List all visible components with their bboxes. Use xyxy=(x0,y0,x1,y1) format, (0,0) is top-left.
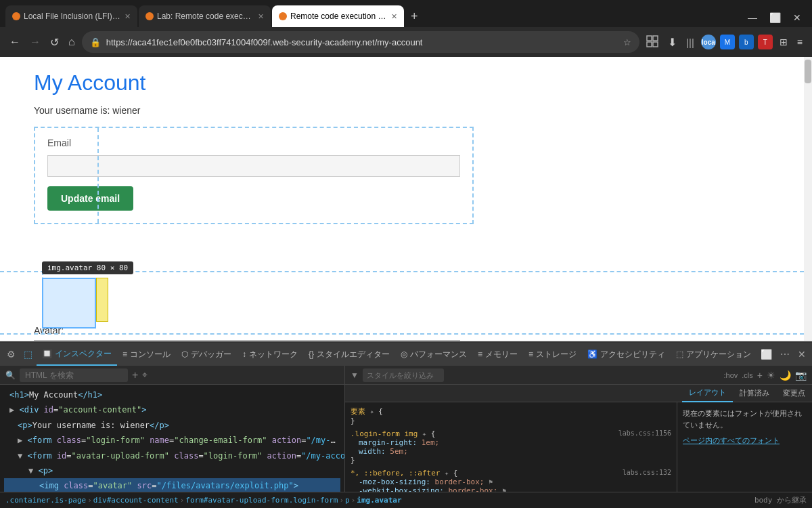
devtools-more-button[interactable]: ⋯ xyxy=(776,349,794,360)
menu-icon[interactable]: ≡ xyxy=(794,35,805,49)
close-button[interactable]: ✕ xyxy=(788,11,807,24)
tab1-close[interactable]: ✕ xyxy=(125,12,131,21)
avatar-highlight-box xyxy=(42,278,96,329)
tab-accessibility[interactable]: ♿ アクセシビリティ xyxy=(582,343,671,366)
email-input[interactable] xyxy=(47,155,460,177)
devtools-undock-button[interactable]: ⬜ xyxy=(757,349,776,360)
moon-icon[interactable]: 🌙 xyxy=(780,370,791,381)
memory-icon: ≡ xyxy=(478,350,482,359)
window-controls: — ⬜ ✕ xyxy=(737,8,812,27)
profile-icon-4: T xyxy=(758,35,773,49)
tab-bar: Local File Inclusion (LFI) — Web Api... … xyxy=(0,0,812,27)
filter-funnel-icon: ▼ xyxy=(351,371,359,380)
forward-button[interactable]: → xyxy=(27,35,43,49)
tab-performance[interactable]: ◎ パフォーマンス xyxy=(395,343,472,366)
profile-icon-loca: loca xyxy=(701,35,716,49)
svg-rect-1 xyxy=(653,36,658,41)
minimize-button[interactable]: — xyxy=(742,11,763,24)
tab1-favicon xyxy=(12,12,20,20)
page-content: My Account Your username is: wiener Emai… xyxy=(0,57,812,341)
html-line-div: ▶ <div id="account-content"> xyxy=(4,402,340,417)
html-line-h1: <h1>My Account</h1> xyxy=(4,387,340,402)
html-add-node-button[interactable]: + xyxy=(132,369,138,381)
devtools-close-button[interactable]: ✕ xyxy=(794,349,810,360)
url-bar[interactable]: 🔒 https://aca41fec1ef0e0fbc03ff741004f00… xyxy=(82,31,639,53)
tab2-close[interactable]: ✕ xyxy=(258,12,264,21)
tab-lab[interactable]: Lab: Remote code execution vi... ✕ xyxy=(139,5,271,27)
html-line-img[interactable]: <img class="avatar" src="/files/avatars/… xyxy=(4,478,340,492)
bookmark-icon[interactable]: ☆ xyxy=(623,37,631,47)
html-line-form1: ▶ <form class="login-form" name="change-… xyxy=(4,433,340,448)
login-form-rule: .login-form img ✦ { labs.css:1156 margin… xyxy=(351,429,671,465)
tab-console[interactable]: ≡ コンソール xyxy=(117,343,176,366)
html-search-bar: 🔍 + ⌖ xyxy=(0,366,344,385)
breadcrumb-item-2[interactable]: div#account-content xyxy=(93,496,179,505)
computed-layout-panel: 現在の要素にはフォントが使用されていません。 ページ内のすべてのフォント xyxy=(677,402,812,492)
debugger-icon: ⬡ xyxy=(181,350,188,359)
style-gear-icon2[interactable]: ✦ xyxy=(422,430,426,438)
style-editor-icon: {} xyxy=(309,350,314,359)
email-label: Email xyxy=(47,137,460,148)
tab-memory[interactable]: ≡ メモリー xyxy=(472,343,523,366)
tab-application[interactable]: ⬚ アプリケーション xyxy=(671,343,757,366)
universal-rule: *, ::before, ::after ✦ { labs.css:132 -m… xyxy=(351,469,671,492)
styles-right-container: ▼ :hov .cls + ☀ 🌙 📷 レイアウト 計算済み xyxy=(345,366,812,492)
container-icon[interactable] xyxy=(644,34,661,51)
light-dark-icon[interactable]: ☀ xyxy=(767,370,775,381)
home-button[interactable]: ⌂ xyxy=(66,35,78,49)
update-email-button[interactable]: Update email xyxy=(47,186,133,211)
right-tab-bar: レイアウト 計算済み 変更点 xyxy=(345,385,812,402)
breadcrumb-item-1[interactable]: .container.is-page xyxy=(5,496,86,505)
all-fonts-link[interactable]: ページ内のすべてのフォント xyxy=(683,436,807,446)
refresh-button[interactable]: ↺ xyxy=(47,35,62,50)
screenshot-icon[interactable]: 📷 xyxy=(795,370,807,381)
devtools-settings-icon[interactable]: ⚙ xyxy=(3,349,20,360)
back-button[interactable]: ← xyxy=(7,35,23,49)
page-scrollbar[interactable] xyxy=(804,57,812,341)
bookmarks-icon[interactable]: ||| xyxy=(683,35,697,49)
tab-lfi[interactable]: Local File Inclusion (LFI) — Web Api... … xyxy=(5,5,137,27)
changes-tab[interactable]: 変更点 xyxy=(776,385,812,402)
devtools-toolbar: ⚙ ⬚ 🔲 インスペクター ≡ コンソール ⬡ デバッガー ↕ ネットワーク {… xyxy=(0,343,812,366)
email-form-section: Email Update email xyxy=(34,127,474,224)
breadcrumb-item-3[interactable]: form#avatar-upload-form.login-form xyxy=(185,496,338,505)
html-tree: <h1>My Account</h1> ▶ <div id="account-c… xyxy=(0,385,344,492)
devtools-breadcrumb-bar: .container.is-page › div#account-content… xyxy=(0,492,812,508)
breadcrumb-item-4[interactable]: p xyxy=(345,496,350,505)
tab2-label: Lab: Remote code execution vi... xyxy=(157,12,254,21)
profile-icon-2: M xyxy=(720,35,735,49)
tab-network[interactable]: ↕ ネットワーク xyxy=(237,343,303,366)
page-title: My Account xyxy=(34,70,778,96)
svg-rect-0 xyxy=(647,36,652,41)
styles-computed-area: 要素 ✦ { } .login-form img ✦ { labs.css:11… xyxy=(345,402,812,492)
styles-filter-bar: ▼ :hov .cls + ☀ 🌙 📷 xyxy=(345,366,812,385)
style-gear-icon3[interactable]: ✦ xyxy=(445,469,449,477)
style-gear-icon1[interactable]: ✦ xyxy=(370,408,374,415)
download-icon[interactable]: ⬇ xyxy=(665,35,679,50)
address-bar: ← → ↺ ⌂ 🔒 https://aca41fec1ef0e0fbc03ff7… xyxy=(0,27,812,57)
html-cursor-button[interactable]: ⌖ xyxy=(142,369,148,381)
tab3-close[interactable]: ✕ xyxy=(391,12,397,21)
tab-style-editor[interactable]: {} スタイルエディター xyxy=(303,343,395,366)
layout-tab[interactable]: レイアウト xyxy=(682,385,733,402)
styles-filter-input[interactable] xyxy=(363,368,444,382)
maximize-button[interactable]: ⬜ xyxy=(764,11,786,24)
accessibility-icon: ♿ xyxy=(587,350,597,359)
computed-tab[interactable]: 計算済み xyxy=(733,385,776,402)
username-text: Your username is: wiener xyxy=(34,105,778,116)
tab-active[interactable]: Remote code execution via web... ✕ xyxy=(272,5,404,27)
devtools-pick-icon[interactable]: ⬚ xyxy=(20,349,37,360)
tab-inspector[interactable]: 🔲 インスペクター xyxy=(37,343,117,366)
add-style-icon[interactable]: + xyxy=(757,370,763,381)
html-search-icon: 🔍 xyxy=(5,371,16,380)
pseudo-state-label: :hov xyxy=(724,371,738,379)
breadcrumb-sep-4: › xyxy=(351,496,356,505)
tab-debugger[interactable]: ⬡ デバッガー xyxy=(176,343,237,366)
new-tab-button[interactable]: + xyxy=(405,9,424,24)
tab-storage[interactable]: ≡ ストレージ xyxy=(523,343,582,366)
extensions-icon[interactable]: ⊞ xyxy=(777,35,790,49)
profile-icon-3: b xyxy=(739,35,754,49)
breadcrumb-item-5[interactable]: img.avatar xyxy=(357,496,401,505)
tab1-label: Local File Inclusion (LFI) — Web Api... xyxy=(24,12,121,21)
html-search-input[interactable] xyxy=(20,368,128,382)
